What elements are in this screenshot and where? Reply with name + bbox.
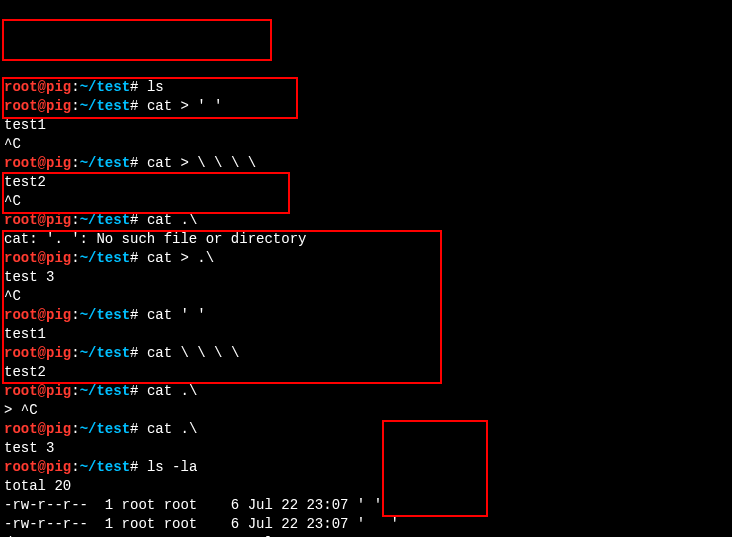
- prompt-host: pig: [46, 383, 71, 399]
- command-text: cat \ \ \ \: [147, 345, 239, 361]
- command-text: cat > .\: [147, 250, 214, 266]
- terminal-line: test1: [4, 116, 728, 135]
- prompt-path: ~/test: [80, 212, 130, 228]
- prompt-path: ~/test: [80, 383, 130, 399]
- terminal-line: ^C: [4, 287, 728, 306]
- terminal-line: root@pig:~/test# cat \ \ \ \: [4, 344, 728, 363]
- prompt-user: root: [4, 459, 38, 475]
- prompt-host: pig: [46, 421, 71, 437]
- command-text: cat > ' ': [147, 98, 223, 114]
- prompt-path: ~/test: [80, 345, 130, 361]
- prompt-path: ~/test: [80, 250, 130, 266]
- terminal-line: test2: [4, 363, 728, 382]
- prompt-host: pig: [46, 307, 71, 323]
- terminal-line: test2: [4, 173, 728, 192]
- prompt-at: @: [38, 212, 46, 228]
- command-text: cat .\: [147, 421, 206, 437]
- command-text: cat ' ': [147, 307, 206, 323]
- ls-meta: -rw-r--r-- 1 root root 6 Jul 22 23:07: [4, 497, 357, 513]
- prompt-host: pig: [46, 459, 71, 475]
- prompt-colon: :: [71, 345, 79, 361]
- prompt-user: root: [4, 212, 38, 228]
- prompt-colon: :: [71, 421, 79, 437]
- prompt-path: ~/test: [80, 98, 130, 114]
- prompt-colon: :: [71, 459, 79, 475]
- prompt-colon: :: [71, 79, 79, 95]
- prompt-at: @: [38, 98, 46, 114]
- output-text: ^C: [4, 288, 21, 304]
- prompt-at: @: [38, 421, 46, 437]
- prompt-path: ~/test: [80, 459, 130, 475]
- prompt-user: root: [4, 383, 38, 399]
- prompt-user: root: [4, 307, 38, 323]
- ls-filename: ' ': [357, 497, 382, 513]
- ls-meta: -rw-r--r-- 1 root root 6 Jul 22 23:07: [4, 516, 357, 532]
- terminal-line: cat: '. ': No such file or directory: [4, 230, 728, 249]
- prompt-at: @: [38, 79, 46, 95]
- output-text: > ^C: [4, 402, 38, 418]
- terminal-line: root@pig:~/test# cat > ' ': [4, 97, 728, 116]
- output-text: test1: [4, 326, 46, 342]
- terminal-line: test 3: [4, 439, 728, 458]
- ls-filename: ' ': [357, 516, 399, 532]
- terminal-line: root@pig:~/test# cat .\: [4, 382, 728, 401]
- output-text: total 20: [4, 478, 71, 494]
- prompt-user: root: [4, 79, 38, 95]
- prompt-at: @: [38, 250, 46, 266]
- terminal-line: test 3: [4, 268, 728, 287]
- prompt-at: @: [38, 155, 46, 171]
- terminal-line: -rw-r--r-- 1 root root 6 Jul 22 23:07 ' …: [4, 515, 728, 534]
- output-text: test1: [4, 117, 46, 133]
- annotation-box: [2, 19, 272, 61]
- terminal-line: root@pig:~/test# cat > .\: [4, 249, 728, 268]
- terminal-line: root@pig:~/test# ls -la: [4, 458, 728, 477]
- prompt-user: root: [4, 345, 38, 361]
- prompt-host: pig: [46, 79, 71, 95]
- prompt-colon: :: [71, 250, 79, 266]
- output-text: test2: [4, 174, 46, 190]
- prompt-at: @: [38, 459, 46, 475]
- prompt-path: ~/test: [80, 307, 130, 323]
- prompt-user: root: [4, 155, 38, 171]
- prompt-colon: :: [71, 98, 79, 114]
- prompt-colon: :: [71, 155, 79, 171]
- output-text: ^C: [4, 193, 21, 209]
- prompt-colon: :: [71, 383, 79, 399]
- terminal-line: > ^C: [4, 401, 728, 420]
- terminal-line: test1: [4, 325, 728, 344]
- prompt-colon: :: [71, 212, 79, 228]
- command-text: ls -la: [147, 459, 197, 475]
- output-text: cat: '. ': No such file or directory: [4, 231, 306, 247]
- prompt-host: pig: [46, 155, 71, 171]
- prompt-colon: :: [71, 307, 79, 323]
- prompt-user: root: [4, 98, 38, 114]
- terminal-line: root@pig:~/test# cat > \ \ \ \: [4, 154, 728, 173]
- prompt-host: pig: [46, 250, 71, 266]
- prompt-at: @: [38, 383, 46, 399]
- terminal-line: root@pig:~/test# cat ' ': [4, 306, 728, 325]
- terminal-line: root@pig:~/test# cat .\: [4, 211, 728, 230]
- prompt-user: root: [4, 250, 38, 266]
- terminal-output: root@pig:~/test# lsroot@pig:~/test# cat …: [4, 78, 728, 537]
- output-text: test 3: [4, 440, 54, 456]
- output-text: test 3: [4, 269, 54, 285]
- output-text: ^C: [4, 136, 21, 152]
- prompt-host: pig: [46, 212, 71, 228]
- prompt-at: @: [38, 345, 46, 361]
- terminal-line: -rw-r--r-- 1 root root 6 Jul 22 23:07 ' …: [4, 496, 728, 515]
- terminal-line: total 20: [4, 477, 728, 496]
- command-text: cat .\: [147, 212, 197, 228]
- prompt-host: pig: [46, 345, 71, 361]
- output-text: test2: [4, 364, 46, 380]
- command-text: cat > \ \ \ \: [147, 155, 256, 171]
- terminal-line: ^C: [4, 135, 728, 154]
- prompt-path: ~/test: [80, 155, 130, 171]
- terminal-line: root@pig:~/test# ls: [4, 78, 728, 97]
- prompt-host: pig: [46, 98, 71, 114]
- prompt-path: ~/test: [80, 79, 130, 95]
- command-text: cat .\: [147, 383, 197, 399]
- terminal-line: ^C: [4, 192, 728, 211]
- prompt-path: ~/test: [80, 421, 130, 437]
- command-text: ls: [147, 79, 164, 95]
- prompt-at: @: [38, 307, 46, 323]
